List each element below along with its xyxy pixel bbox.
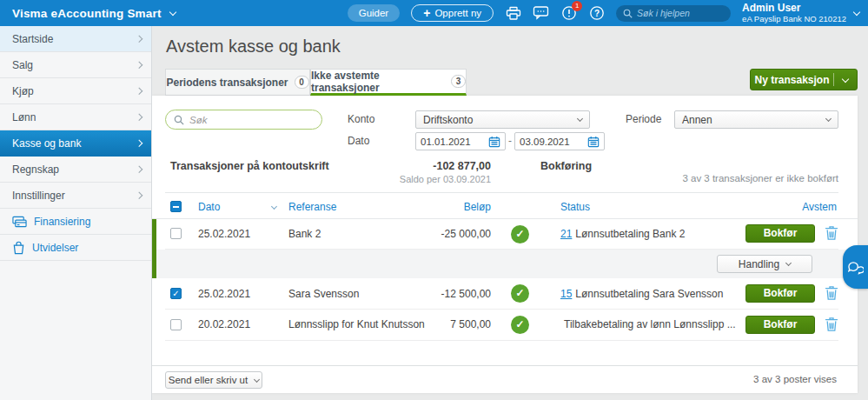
sidebar-item-salg[interactable]: Salg <box>0 52 151 78</box>
row-checkbox[interactable] <box>170 228 182 239</box>
send-or-print-label: Send eller skriv ut <box>169 375 248 385</box>
column-header-status[interactable]: Status <box>560 197 590 218</box>
sidebar-item-finansiering[interactable]: Finansiering <box>0 209 151 235</box>
new-transaction-button[interactable]: Ny transaksjon <box>750 69 858 90</box>
chevron-down-icon <box>825 116 832 122</box>
voucher-link[interactable]: 21 <box>560 228 572 240</box>
date-to-input[interactable]: 03.09.2021 <box>514 132 605 150</box>
svg-text:?: ? <box>594 9 600 18</box>
chevron-right-icon <box>135 166 142 173</box>
tab-ikke-avstemte-transaksjoner[interactable]: Ikke avstemte transaksjoner 3 <box>310 69 467 96</box>
column-header-belop[interactable]: Beløp <box>400 197 491 218</box>
sidebar-item-label: Salg <box>12 59 129 71</box>
sidebar-item-kjop[interactable]: Kjøp <box>0 78 151 104</box>
konto-label: Konto <box>348 110 374 129</box>
visible-count-note: 3 av 3 poster vises <box>608 365 837 393</box>
notifications-icon[interactable]: 1 <box>560 5 577 22</box>
bokfor-button[interactable]: Bokfør <box>745 284 815 303</box>
row-status: 21 Lønnsutbetaling Bank 2 <box>560 219 685 249</box>
sidebar-item-kasse-og-bank[interactable]: Kasse og bank <box>0 130 151 157</box>
search-icon <box>174 115 184 125</box>
column-header-dato[interactable]: Dato <box>198 197 220 218</box>
help-search-input[interactable] <box>637 8 724 18</box>
chevron-down-icon <box>785 260 792 266</box>
new-transaction-label: Ny transaksjon <box>751 74 833 86</box>
help-icon[interactable]: ? <box>588 5 605 22</box>
chevron-right-icon <box>135 36 142 43</box>
row-status: 15 Lønnsutbetaling Sara Svensson <box>560 278 723 309</box>
calendar-icon[interactable] <box>587 136 600 148</box>
dato-label: Dato <box>348 132 369 150</box>
check-circle-icon: ✓ <box>511 284 529 303</box>
sidebar-item-startside[interactable]: Startside <box>0 26 151 52</box>
trash-icon[interactable] <box>825 317 838 332</box>
trash-icon[interactable] <box>825 285 838 301</box>
search-icon <box>623 9 633 18</box>
chat-bubbles-icon <box>847 260 864 275</box>
statement-section-title: Transaksjoner på kontoutskrift <box>170 160 329 172</box>
divider <box>165 340 838 341</box>
print-icon[interactable] <box>505 5 521 22</box>
chevron-right-icon <box>135 114 142 121</box>
chevron-right-icon <box>135 88 142 95</box>
notification-badge: 1 <box>572 1 582 11</box>
help-search <box>616 5 731 22</box>
voucher-link[interactable]: 15 <box>560 288 572 300</box>
tab-periodens-transaksjoner[interactable]: Periodens transaksjoner 0 <box>165 69 310 96</box>
select-all-checkbox[interactable] <box>170 201 182 212</box>
chat-widget-button[interactable] <box>843 245 868 289</box>
status-text: Tilbakebetaling av lønn Lønnsslipp ... <box>564 318 736 330</box>
row-reference: Bank 2 <box>288 219 321 249</box>
cards-icon <box>12 216 27 228</box>
create-new-button[interactable]: + Opprett ny <box>411 4 494 22</box>
konto-select[interactable]: Driftskonto <box>415 110 590 129</box>
row-checkbox[interactable] <box>170 288 182 299</box>
row-status: Tilbakebetaling av lønn Lønnsslipp ... <box>560 309 736 340</box>
page-title: Avstem kasse og bank <box>166 37 341 57</box>
guider-button[interactable]: Guider <box>348 4 401 22</box>
handling-button[interactable]: Handling <box>717 255 812 273</box>
bokfor-button[interactable]: Bokfør <box>745 316 815 334</box>
konto-value: Driftskonto <box>423 114 473 126</box>
status-text: Lønnsutbetaling Bank 2 <box>575 228 685 240</box>
chevron-down-icon <box>254 376 260 382</box>
date-from-input[interactable]: 01.01.2021 <box>415 132 506 150</box>
table-search-input[interactable] <box>189 115 314 125</box>
chevron-right-icon <box>135 192 142 199</box>
sidebar-item-label: Kjøp <box>12 85 129 97</box>
sidebar-item-innstillinger[interactable]: Innstillinger <box>0 183 151 209</box>
send-or-print-button[interactable]: Send eller skriv ut <box>165 371 262 389</box>
active-row-indicator <box>152 219 156 278</box>
table-search <box>165 110 322 130</box>
status-text: Lønnsutbetaling Sara Svensson <box>575 288 723 300</box>
shopping-bag-icon <box>12 241 25 255</box>
sidebar: Startside Salg Kjøp Lønn Kasse og bank R… <box>0 26 152 400</box>
user-menu[interactable]: Admin User eA Payslip Bank NO 210212 <box>742 3 859 23</box>
column-header-referanse[interactable]: Referanse <box>288 197 336 218</box>
date-range-separator: - <box>508 132 512 150</box>
sidebar-item-label: Innstillinger <box>12 190 129 202</box>
guider-label: Guider <box>359 8 389 18</box>
sidebar-item-label: Finansiering <box>34 216 141 228</box>
user-company: eA Payslip Bank NO 210212 <box>742 14 846 23</box>
row-amount: -25 000,00 <box>365 219 491 249</box>
tab-label: Ikke avstemte transaksjoner <box>311 70 445 94</box>
app-switcher[interactable]: Visma eAccounting Smart <box>12 7 176 20</box>
chevron-down-icon <box>853 8 860 15</box>
calendar-icon[interactable] <box>488 136 500 148</box>
row-checkbox[interactable] <box>170 319 182 330</box>
new-transaction-dropdown[interactable] <box>834 78 857 82</box>
trash-icon[interactable] <box>825 225 838 241</box>
messages-icon[interactable] <box>533 5 549 22</box>
topbar: Visma eAccounting Smart Guider + Opprett… <box>0 0 868 26</box>
periode-select[interactable]: Annen <box>674 110 838 129</box>
sidebar-item-regnskap[interactable]: Regnskap <box>0 157 151 183</box>
sidebar-item-label: Utvidelser <box>32 242 141 254</box>
column-header-avstem[interactable]: Avstem <box>739 197 837 218</box>
chevron-down-icon <box>577 116 583 122</box>
bokfor-button[interactable]: Bokfør <box>745 224 815 243</box>
sidebar-item-lonn[interactable]: Lønn <box>0 104 151 130</box>
row-reference: Sara Svensson <box>288 278 359 309</box>
chevron-down-icon <box>842 75 849 82</box>
sidebar-item-utvidelser[interactable]: Utvidelser <box>0 235 151 261</box>
